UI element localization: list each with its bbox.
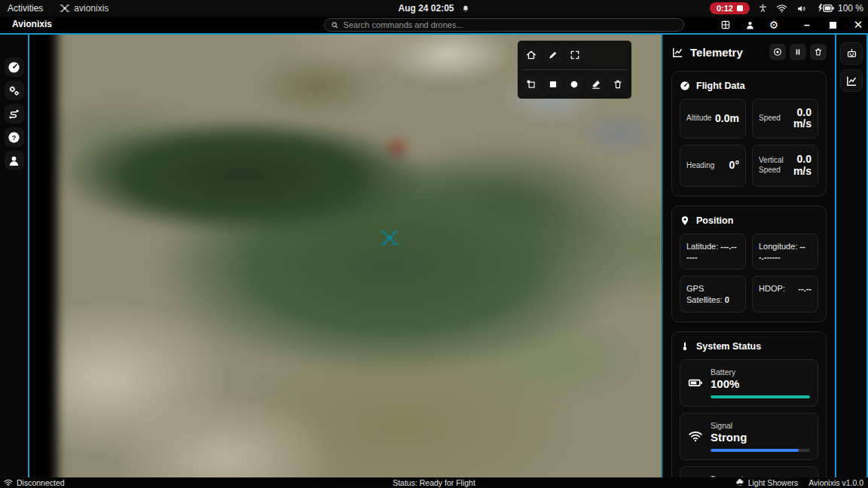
clock-menu[interactable]: Aug 24 02:05 [398, 3, 469, 14]
heading-stat: Heading 0° [680, 145, 746, 187]
sidebar-item-profile[interactable] [5, 151, 24, 170]
screen-recording-indicator[interactable]: 0:12 [710, 2, 750, 14]
user-account-button[interactable] [743, 18, 756, 32]
help-icon: ? [8, 131, 20, 144]
signal-status-card: Signal Strong [680, 413, 818, 460]
user-profile-icon [8, 154, 20, 167]
map-fullscreen-button[interactable] [566, 46, 584, 64]
cloud-rain-icon [735, 478, 744, 487]
telemetry-record-button[interactable] [769, 44, 786, 60]
map-delete-button[interactable] [609, 75, 627, 93]
grid-icon [720, 20, 731, 30]
vertical-speed-value: 0.0 m/s [790, 154, 811, 177]
gps-satellites-stat: GPS Satellites: 0 [680, 276, 746, 313]
settings-button[interactable]: ⚙ [767, 18, 781, 32]
search-box[interactable] [324, 18, 684, 32]
map-home-button[interactable] [522, 46, 540, 64]
sidebar-item-missions[interactable] [5, 104, 24, 124]
battery-charging-icon [815, 3, 835, 14]
telemetry-toggle-button[interactable] [840, 69, 863, 92]
map-circle-tool-button[interactable] [566, 75, 584, 93]
volume-icon[interactable] [796, 4, 807, 14]
status-bar: Disconnected Status: Ready for Flight Li… [0, 477, 868, 488]
sidebar-item-settings[interactable] [5, 81, 24, 100]
sidebar-item-dashboard[interactable] [5, 57, 24, 77]
telemetry-panel: Telemetry [662, 35, 835, 477]
assistant-robot-button[interactable] [840, 42, 863, 65]
app-title-bar: Avionixis ⚙ – ✕ [0, 17, 868, 33]
signal-bar-fill [711, 449, 799, 452]
telemetry-title: Telemetry [690, 46, 743, 59]
hdop-label: HDOP: [759, 283, 785, 305]
heading-value: 0° [729, 160, 739, 171]
maximize-button[interactable] [826, 18, 839, 32]
pause-icon [793, 47, 802, 56]
signal-wifi-icon [688, 429, 703, 444]
dashboard-gauge-icon [8, 61, 20, 74]
map-polygon-tool-button[interactable] [522, 75, 540, 93]
battery-bar-track [711, 395, 810, 398]
signal-bar-track [711, 449, 810, 452]
square-icon [548, 79, 558, 90]
app-indicator[interactable]: avionixis [60, 3, 108, 14]
map-pin-icon [680, 215, 690, 226]
polygon-select-icon [526, 79, 536, 90]
wifi-status-icon[interactable] [776, 4, 787, 13]
circle-icon [569, 79, 579, 90]
system-status-title: System Status [696, 341, 761, 352]
chart-icon [845, 75, 858, 87]
telemetry-pause-button[interactable] [790, 44, 806, 60]
battery-indicator[interactable]: 100 % [815, 3, 863, 14]
longitude-stat: Longitude: ---.------ [752, 233, 818, 270]
flight-status: Status: Ready for Flight [393, 478, 475, 487]
longitude-label: Longitude: [759, 242, 797, 251]
telemetry-clear-button[interactable] [810, 44, 827, 60]
speed-stat: Speed 0.0 m/s [752, 99, 818, 139]
clock-label: Aug 24 02:05 [398, 3, 454, 14]
hdop-value: --.-- [798, 283, 811, 305]
activities-button[interactable]: Activities [8, 3, 43, 14]
battery-icon [688, 375, 703, 390]
close-button[interactable]: ✕ [851, 18, 865, 32]
maximize-icon [830, 22, 836, 29]
gps-satellites-label: GPS Satellites: [686, 284, 723, 303]
position-section: Position Latitude: ---.------ Longitude:… [671, 206, 827, 322]
hdop-stat: HDOP: --.-- [752, 276, 818, 313]
screen: Activities avionixis Aug 24 02:05 0:12 [0, 0, 868, 488]
app-version-label: Avionixis v1.0.0 [808, 478, 863, 487]
altitude-value: 0.0m [715, 113, 739, 124]
settings-gears-icon [8, 84, 20, 97]
notifications-bell-icon [462, 5, 470, 13]
vertical-speed-label: Vertical Speed [759, 156, 787, 175]
map-view[interactable] [29, 35, 662, 477]
minimize-button[interactable]: – [800, 18, 814, 32]
signal-label: Signal [711, 421, 810, 430]
latitude-label: Latitude: [686, 242, 718, 251]
main-content: ? [0, 33, 868, 477]
map-eraser-button[interactable] [587, 75, 605, 93]
map-draw-button[interactable] [544, 46, 562, 64]
drone-marker[interactable] [380, 230, 399, 246]
gps-satellites-value: 0 [725, 295, 729, 304]
weather-label: Light Showers [748, 478, 799, 487]
eraser-icon [591, 79, 601, 90]
flight-data-title: Flight Data [696, 81, 745, 91]
altitude-stat: Altitude 0.0m [680, 99, 746, 139]
battery-bar-fill [711, 395, 810, 398]
connection-status: Disconnected [0, 478, 65, 487]
position-title: Position [696, 215, 733, 226]
sidebar-item-help[interactable]: ? [5, 127, 24, 147]
battery-value: 100% [711, 377, 810, 390]
accessibility-icon[interactable] [758, 3, 768, 14]
battery-percent-label: 100 % [838, 3, 863, 14]
wifi-disconnected-icon [4, 479, 13, 486]
apps-grid-button[interactable] [719, 18, 732, 32]
map-square-tool-button[interactable] [544, 75, 562, 93]
left-sidebar: ? [0, 35, 29, 477]
temperature-status-card: Temperature 25°C [680, 466, 818, 477]
weather-status: Light Showers [735, 478, 799, 487]
search-input[interactable] [344, 20, 677, 29]
system-status-section: System Status Battery 100% [671, 331, 827, 477]
flight-data-section: Flight Data Altitude 0.0m Speed 0.0 m/s … [671, 71, 827, 197]
drone-indicator-icon [60, 4, 70, 13]
